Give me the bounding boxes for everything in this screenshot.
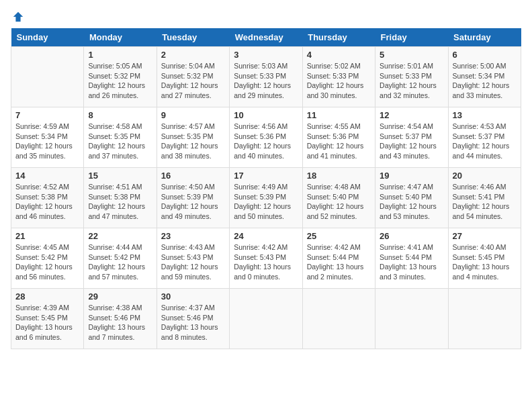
weekday-header-row: SundayMondayTuesdayWednesdayThursdayFrid…: [11, 28, 521, 47]
week-row-5: 28Sunrise: 4:39 AMSunset: 5:45 PMDayligh…: [11, 289, 521, 349]
svg-marker-0: [13, 12, 23, 21]
day-number: 14: [15, 171, 79, 181]
calendar-table: SundayMondayTuesdayWednesdayThursdayFrid…: [11, 28, 521, 349]
calendar-cell: 15Sunrise: 4:51 AMSunset: 5:38 PMDayligh…: [84, 168, 157, 228]
day-detail: Sunrise: 4:52 AMSunset: 5:38 PMDaylight:…: [15, 182, 79, 222]
day-number: 9: [161, 110, 225, 120]
calendar-cell: 25Sunrise: 4:42 AMSunset: 5:44 PMDayligh…: [302, 228, 375, 289]
day-number: 18: [307, 171, 371, 181]
weekday-header-friday: Friday: [375, 28, 448, 47]
day-number: 4: [307, 50, 371, 60]
day-number: 29: [88, 291, 152, 302]
calendar-cell: 6Sunrise: 5:00 AMSunset: 5:34 PMDaylight…: [448, 47, 521, 107]
calendar-cell: 30Sunrise: 4:37 AMSunset: 5:46 PMDayligh…: [157, 289, 229, 349]
day-number: 7: [15, 110, 79, 120]
weekday-header-saturday: Saturday: [448, 28, 521, 47]
calendar-cell: 23Sunrise: 4:43 AMSunset: 5:43 PMDayligh…: [157, 228, 229, 289]
calendar-cell: [448, 289, 521, 349]
weekday-header-wednesday: Wednesday: [230, 28, 302, 47]
day-number: 11: [307, 110, 371, 120]
day-number: 21: [15, 231, 79, 241]
day-detail: Sunrise: 4:55 AMSunset: 5:36 PMDaylight:…: [307, 122, 371, 161]
day-detail: Sunrise: 4:40 AMSunset: 5:45 PMDaylight:…: [453, 242, 517, 282]
calendar-cell: 7Sunrise: 4:59 AMSunset: 5:34 PMDaylight…: [11, 107, 84, 168]
day-detail: Sunrise: 4:51 AMSunset: 5:38 PMDaylight:…: [88, 182, 152, 222]
week-row-2: 7Sunrise: 4:59 AMSunset: 5:34 PMDaylight…: [11, 107, 521, 168]
day-detail: Sunrise: 4:56 AMSunset: 5:36 PMDaylight:…: [234, 122, 298, 161]
day-detail: Sunrise: 4:43 AMSunset: 5:43 PMDaylight:…: [161, 242, 225, 282]
day-number: 26: [380, 231, 443, 241]
day-detail: Sunrise: 4:42 AMSunset: 5:43 PMDaylight:…: [234, 242, 298, 282]
day-number: 19: [380, 171, 443, 181]
day-detail: Sunrise: 4:45 AMSunset: 5:42 PMDaylight:…: [15, 242, 79, 282]
day-detail: Sunrise: 5:05 AMSunset: 5:32 PMDaylight:…: [88, 61, 152, 101]
day-detail: Sunrise: 5:02 AMSunset: 5:33 PMDaylight:…: [307, 61, 371, 101]
weekday-header-sunday: Sunday: [11, 28, 84, 47]
day-detail: Sunrise: 4:49 AMSunset: 5:39 PMDaylight:…: [234, 182, 298, 222]
day-number: 12: [380, 110, 443, 120]
calendar-cell: 21Sunrise: 4:45 AMSunset: 5:42 PMDayligh…: [11, 228, 84, 289]
day-detail: Sunrise: 5:01 AMSunset: 5:33 PMDaylight:…: [380, 61, 443, 101]
day-number: 27: [453, 231, 517, 241]
day-number: 30: [161, 291, 225, 302]
day-detail: Sunrise: 5:04 AMSunset: 5:32 PMDaylight:…: [161, 61, 225, 101]
day-detail: Sunrise: 4:42 AMSunset: 5:44 PMDaylight:…: [307, 242, 371, 282]
day-detail: Sunrise: 4:44 AMSunset: 5:42 PMDaylight:…: [88, 242, 152, 282]
weekday-header-tuesday: Tuesday: [157, 28, 229, 47]
calendar-cell: 12Sunrise: 4:54 AMSunset: 5:37 PMDayligh…: [375, 107, 448, 168]
logo-icon: [12, 11, 24, 23]
calendar-cell: 1Sunrise: 5:05 AMSunset: 5:32 PMDaylight…: [84, 47, 157, 107]
day-detail: Sunrise: 4:37 AMSunset: 5:46 PMDaylight:…: [161, 303, 225, 342]
weekday-header-thursday: Thursday: [302, 28, 375, 47]
day-detail: Sunrise: 4:39 AMSunset: 5:45 PMDaylight:…: [15, 303, 79, 342]
calendar-cell: 17Sunrise: 4:49 AMSunset: 5:39 PMDayligh…: [230, 168, 302, 228]
calendar-cell: [302, 289, 375, 349]
calendar-cell: 28Sunrise: 4:39 AMSunset: 5:45 PMDayligh…: [11, 289, 84, 349]
day-number: 23: [161, 231, 225, 241]
day-detail: Sunrise: 4:46 AMSunset: 5:41 PMDaylight:…: [453, 182, 517, 222]
calendar-cell: 24Sunrise: 4:42 AMSunset: 5:43 PMDayligh…: [230, 228, 302, 289]
calendar-cell: 20Sunrise: 4:46 AMSunset: 5:41 PMDayligh…: [448, 168, 521, 228]
day-number: 13: [453, 110, 517, 120]
calendar-cell: [230, 289, 302, 349]
day-number: 17: [234, 171, 298, 181]
week-row-3: 14Sunrise: 4:52 AMSunset: 5:38 PMDayligh…: [11, 168, 521, 228]
logo: [11, 11, 24, 23]
calendar-cell: 16Sunrise: 4:50 AMSunset: 5:39 PMDayligh…: [157, 168, 229, 228]
day-number: 5: [380, 50, 443, 60]
week-row-4: 21Sunrise: 4:45 AMSunset: 5:42 PMDayligh…: [11, 228, 521, 289]
calendar-cell: 8Sunrise: 4:58 AMSunset: 5:35 PMDaylight…: [84, 107, 157, 168]
day-number: 28: [15, 291, 79, 302]
day-number: 10: [234, 110, 298, 120]
calendar-cell: [375, 289, 448, 349]
day-detail: Sunrise: 4:58 AMSunset: 5:35 PMDaylight:…: [88, 122, 152, 161]
day-number: 3: [234, 50, 298, 60]
day-detail: Sunrise: 5:03 AMSunset: 5:33 PMDaylight:…: [234, 61, 298, 101]
day-number: 15: [88, 171, 152, 181]
calendar-cell: 5Sunrise: 5:01 AMSunset: 5:33 PMDaylight…: [375, 47, 448, 107]
calendar-cell: 10Sunrise: 4:56 AMSunset: 5:36 PMDayligh…: [230, 107, 302, 168]
day-number: 8: [88, 110, 152, 120]
day-detail: Sunrise: 4:57 AMSunset: 5:35 PMDaylight:…: [161, 122, 225, 161]
calendar-cell: 13Sunrise: 4:53 AMSunset: 5:37 PMDayligh…: [448, 107, 521, 168]
calendar-cell: 14Sunrise: 4:52 AMSunset: 5:38 PMDayligh…: [11, 168, 84, 228]
day-number: 20: [453, 171, 517, 181]
calendar-cell: 9Sunrise: 4:57 AMSunset: 5:35 PMDaylight…: [157, 107, 229, 168]
day-number: 1: [88, 50, 152, 60]
day-detail: Sunrise: 4:38 AMSunset: 5:46 PMDaylight:…: [88, 303, 152, 342]
day-number: 25: [307, 231, 371, 241]
day-number: 22: [88, 231, 152, 241]
day-detail: Sunrise: 4:48 AMSunset: 5:40 PMDaylight:…: [307, 182, 371, 222]
day-detail: Sunrise: 4:53 AMSunset: 5:37 PMDaylight:…: [453, 122, 517, 161]
day-detail: Sunrise: 4:59 AMSunset: 5:34 PMDaylight:…: [15, 122, 79, 161]
week-row-1: 1Sunrise: 5:05 AMSunset: 5:32 PMDaylight…: [11, 47, 521, 107]
calendar-cell: [11, 47, 84, 107]
day-detail: Sunrise: 4:50 AMSunset: 5:39 PMDaylight:…: [161, 182, 225, 222]
day-number: 24: [234, 231, 298, 241]
weekday-header-monday: Monday: [84, 28, 157, 47]
day-number: 2: [161, 50, 225, 60]
header: [11, 11, 521, 23]
day-number: 16: [161, 171, 225, 181]
calendar-cell: 29Sunrise: 4:38 AMSunset: 5:46 PMDayligh…: [84, 289, 157, 349]
calendar-cell: 19Sunrise: 4:47 AMSunset: 5:40 PMDayligh…: [375, 168, 448, 228]
